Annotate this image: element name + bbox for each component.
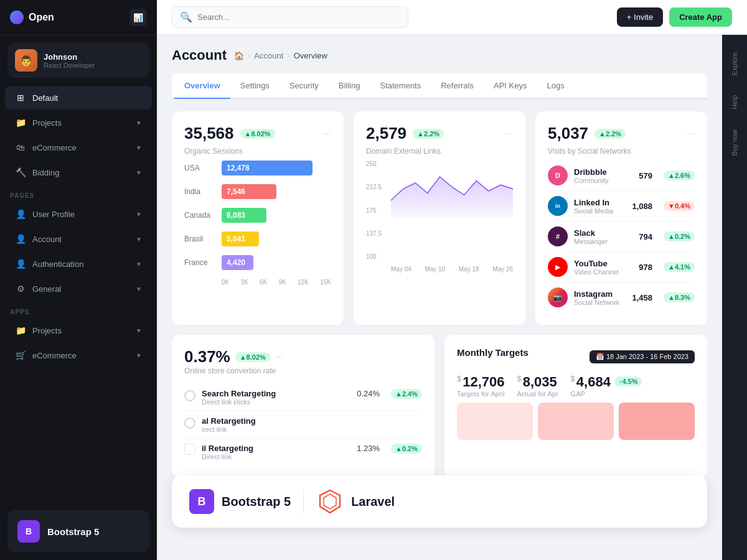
social-value: 1,458 [632, 293, 652, 302]
conversion-item-il: il Retargeting Direct link 1.23% ▲0.2% [184, 439, 422, 465]
bar-track: 12,478 [222, 161, 331, 175]
overlay-card: B Bootstrap 5 Laravel [172, 475, 707, 528]
tab-referrals[interactable]: Referrals [431, 73, 484, 99]
bar-row-brasil: Brasil 5,041 [184, 231, 331, 246]
line-chart-svg [391, 161, 513, 217]
bar-value: 5,041 [227, 235, 245, 243]
chevron-down-icon: ▼ [136, 286, 142, 292]
page-header: Account 🏠 › Account › Overview [172, 47, 707, 63]
tab-overview[interactable]: Overview [174, 73, 230, 99]
sidebar-item-bidding[interactable]: 🔨 Bidding ▼ [5, 161, 152, 184]
social-value: 579 [639, 171, 652, 180]
social-list: D Dribbble Community 579 ▲2.6% in [548, 161, 695, 312]
bar-track: 6,083 [222, 208, 331, 223]
sidebar-item-ecommerce[interactable]: 🛍 eCommerce ▼ [5, 136, 152, 159]
search-bar[interactable]: 🔍 [172, 6, 408, 28]
app-name: Open [29, 12, 54, 23]
tab-settings[interactable]: Settings [230, 73, 280, 99]
more-icon[interactable]: ··· [687, 128, 695, 139]
sidebar-item-projects-app[interactable]: 📁 Projects ▼ [5, 319, 152, 342]
social-item-slack: # Slack Messanger 794 ▲0.2% [548, 222, 695, 252]
chart-icon-button[interactable]: 📊 [129, 9, 147, 26]
ci-info: Search Retargeting Direct link clicks [202, 389, 350, 406]
tabs: Overview Settings Security Billing State… [172, 73, 707, 99]
ci-name: Search Retargeting [202, 389, 350, 398]
social-badge: ▲4.1% [664, 262, 695, 272]
tab-statements[interactable]: Statements [370, 73, 431, 99]
bootstrap-section: B Bootstrap 5 [189, 489, 291, 514]
breadcrumb-account[interactable]: Account [254, 51, 283, 60]
sidebar-item-label: General [32, 284, 61, 294]
social-item-youtube: ▶ YouTube Video Channel 978 ▲4.1% [548, 252, 695, 282]
chevron-down-icon: ▼ [136, 144, 142, 151]
conversion-stats: 0.37% ▲8.02% ··· Online store convertion… [184, 347, 283, 375]
stats-row: 35,568 ▲8.02% ··· Organic Sessions USA [172, 111, 707, 325]
stat-card-social: 5,037 ▲2.2% ··· Visits by Social Network… [535, 111, 707, 325]
laravel-svg [317, 489, 342, 514]
sidebar-item-ecommerce-app[interactable]: 🛒 eCommerce ▼ [5, 343, 152, 367]
laravel-text: Laravel [351, 495, 395, 509]
search-input[interactable] [197, 12, 400, 22]
content-area: Account 🏠 › Account › Overview Overview … [157, 35, 722, 540]
linkedin-icon: in [548, 196, 568, 216]
user-icon: 👤 [15, 208, 26, 220]
target-item-target: $ 12,706 Targets for April [457, 374, 505, 398]
conversion-main: 0.37% ▲8.02% ··· [184, 347, 283, 366]
invite-button[interactable]: + Invite [617, 7, 663, 27]
svg-marker-1 [324, 494, 336, 509]
bar-chart: USA 12,478 India [184, 161, 331, 286]
conversion-header: 0.37% ▲8.02% ··· Online store convertion… [184, 347, 422, 375]
bar-value: 4,420 [227, 258, 245, 267]
conversion-label: Online store convertion rate [184, 366, 283, 375]
chevron-down-icon: ▼ [136, 236, 142, 243]
line-chart: 250 212.5 175 137.5 100 [366, 161, 513, 273]
stat-number: 35,568 [184, 124, 234, 143]
ci-sub: Direct link [202, 453, 350, 460]
ci-circle [184, 418, 195, 429]
conversion-item-al: al Retargeting irect link [184, 411, 422, 439]
tab-logs[interactable]: Logs [537, 73, 574, 99]
bar-row-usa: USA 12,478 [184, 161, 331, 175]
buy-now-label[interactable]: Buy now [731, 119, 738, 166]
sidebar-item-user-profile[interactable]: 👤 User Profile ▼ [5, 202, 152, 226]
more-icon[interactable]: ··· [275, 352, 283, 363]
create-app-button[interactable]: Create App [669, 7, 732, 27]
stat-badge: ▲2.2% [413, 129, 444, 139]
target-label: GAP [571, 390, 642, 398]
sidebar-item-projects[interactable]: 📁 Projects ▼ [5, 111, 152, 134]
social-item-linkedin: in Linked In Social Media 1,088 ▼0.4% [548, 191, 695, 222]
bootstrap-icon: B [17, 520, 40, 543]
tab-billing[interactable]: Billing [329, 73, 370, 99]
stat-label: Domain External Links [366, 147, 513, 156]
bar-row-france: France 4,420 [184, 255, 331, 270]
stat-card-domain: 2,579 ▲2.2% ··· Domain External Links 25… [354, 111, 525, 325]
chevron-down-icon: ▼ [136, 119, 142, 126]
help-label[interactable]: Help [731, 85, 738, 119]
social-info: Instagram Social Network [574, 289, 626, 306]
ci-sub: Direct link clicks [202, 398, 350, 406]
social-item-instagram: 📷 Instagram Social Network 1,458 ▲8.3% [548, 282, 695, 312]
social-info: Dribbble Community [574, 167, 632, 184]
breadcrumb-sep: › [248, 51, 250, 60]
explore-label[interactable]: Explore [731, 42, 738, 85]
social-item-dribbble: D Dribbble Community 579 ▲2.6% [548, 161, 695, 191]
stat-main: 5,037 ▲2.2% ··· [548, 124, 695, 143]
currency: $ [571, 374, 575, 383]
more-icon[interactable]: ··· [505, 128, 513, 139]
laravel-section: Laravel [316, 488, 395, 515]
page-title: Account [172, 47, 227, 63]
sidebar-item-account[interactable]: 👤 Account ▼ [5, 227, 152, 251]
more-icon[interactable]: ··· [323, 128, 331, 139]
sidebar-logo: Open [10, 11, 54, 24]
tab-api-keys[interactable]: API Keys [484, 73, 537, 99]
tab-security[interactable]: Security [280, 73, 329, 99]
sidebar-item-authentication[interactable]: 👤 Authentication ▼ [5, 252, 152, 276]
ci-value: 1.23% [357, 444, 380, 453]
shop-icon: 🛍 [15, 142, 26, 153]
bootstrap-b-icon: B [189, 489, 214, 514]
home-icon[interactable]: 🏠 [234, 51, 244, 60]
social-badge: ▼0.4% [664, 201, 695, 211]
sidebar-item-general[interactable]: ⚙ General ▼ [5, 277, 152, 301]
sidebar-item-default[interactable]: ⊞ Default [5, 86, 152, 110]
targets-header-row: Monthly Targets 📅 18 Jan 2023 - 16 Feb 2… [457, 347, 695, 366]
